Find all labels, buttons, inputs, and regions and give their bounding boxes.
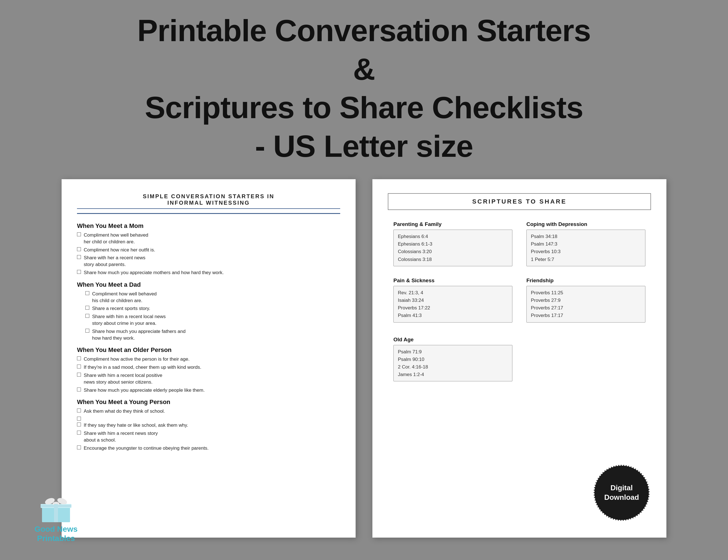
list-item: Encourage the youngster to continue obey… bbox=[77, 445, 340, 452]
checkbox-icon bbox=[77, 431, 81, 435]
right-page-title: SCRIPTURES TO SHARE bbox=[397, 198, 642, 205]
title-line3: Scriptures to Share Checklists bbox=[28, 88, 700, 127]
badge-text-line2: Download bbox=[604, 493, 639, 502]
scripture-section-depression: Coping with Depression Psalm 34:18Psalm … bbox=[526, 221, 645, 266]
checkbox-icon bbox=[77, 373, 81, 377]
scripture-box-old-age: Psalm 71:9Psalm 90:102 Cor. 4:16-18James… bbox=[393, 345, 512, 382]
list-item: Share with him a recent local newsstory … bbox=[85, 313, 340, 327]
list-item: Compliment how nice her outfit is. bbox=[77, 247, 340, 253]
checkbox-icon bbox=[77, 417, 81, 421]
list-item: If they say they hate or like school, as… bbox=[77, 422, 340, 429]
list-item: Share a recent sports story. bbox=[85, 305, 340, 312]
list-item: Share with her a recent newsstory about … bbox=[77, 255, 340, 268]
list-item: Compliment how well behavedhis child or … bbox=[85, 291, 340, 304]
list-item: Share how much you appreciate fathers an… bbox=[85, 328, 340, 342]
scripture-box-depression: Psalm 34:18Psalm 147:3Proverbs 10:31 Pet… bbox=[526, 230, 645, 266]
title-line1: Printable Conversation Starters bbox=[28, 11, 700, 50]
section-heading-young: When You Meet a Young Person bbox=[77, 398, 340, 406]
scripture-verse: Rev. 21:3, 4Isaiah 33:24Proverbs 17:22Ps… bbox=[398, 289, 508, 319]
checkbox-icon bbox=[77, 356, 81, 360]
scripture-title-old-age: Old Age bbox=[393, 337, 512, 343]
left-page-title-line1: SIMPLE CONVERSATION STARTERS IN bbox=[77, 193, 340, 200]
title-line2: & bbox=[28, 50, 700, 88]
checkbox-icon bbox=[77, 270, 81, 274]
right-document-page: SCRIPTURES TO SHARE Parenting & Family E… bbox=[372, 179, 666, 538]
section-heading-mom: When You Meet a Mom bbox=[77, 222, 340, 230]
checkbox-icon bbox=[85, 329, 89, 333]
checkbox-icon bbox=[77, 247, 81, 251]
checkbox-icon bbox=[77, 445, 81, 449]
list-item: Share how much you appreciate mothers an… bbox=[77, 269, 340, 276]
right-page-header: SCRIPTURES TO SHARE bbox=[388, 193, 651, 210]
list-item: If they're in a sad mood, cheer them up … bbox=[77, 364, 340, 371]
documents-container: SIMPLE CONVERSATION STARTERS IN INFORMAL… bbox=[0, 179, 728, 538]
digital-download-badge: Digital Download bbox=[594, 465, 650, 521]
list-item: Compliment how well behavedher child or … bbox=[77, 232, 340, 245]
dad-subsection: Compliment how well behavedhis child or … bbox=[85, 291, 340, 342]
logo-text-line2: Printables bbox=[37, 534, 75, 543]
checkbox-icon bbox=[77, 255, 81, 259]
logo-container: Good News Printables bbox=[28, 494, 84, 543]
scripture-section-parenting: Parenting & Family Ephesians 6:4Ephesian… bbox=[393, 221, 512, 266]
scripture-title-friendship: Friendship bbox=[526, 277, 645, 284]
checkbox-icon bbox=[77, 423, 81, 426]
scripture-box-pain: Rev. 21:3, 4Isaiah 33:24Proverbs 17:22Ps… bbox=[393, 286, 512, 323]
title-line4: - US Letter size bbox=[28, 127, 700, 165]
list-item: Share with him a recent news storyabout … bbox=[77, 430, 340, 444]
svg-rect-6 bbox=[41, 505, 71, 507]
scripture-title-pain: Pain & Sickness bbox=[393, 277, 512, 284]
scripture-section-pain: Pain & Sickness Rev. 21:3, 4Isaiah 33:24… bbox=[393, 277, 512, 323]
badge-text-line1: Digital bbox=[610, 483, 633, 493]
scripture-box-friendship: Proverbs 11:25Proverbs 27:9Proverbs 27:1… bbox=[526, 286, 645, 323]
scriptures-grid: Parenting & Family Ephesians 6:4Ephesian… bbox=[388, 221, 651, 384]
scripture-box-parenting: Ephesians 6:4Ephesians 6:1-3Colossians 3… bbox=[393, 230, 512, 266]
logo-text-line1: Good News bbox=[34, 524, 78, 534]
scripture-verse: Psalm 34:18Psalm 147:3Proverbs 10:31 Pet… bbox=[531, 233, 641, 263]
list-item: Compliment how active the person is for … bbox=[77, 356, 340, 363]
checkbox-icon bbox=[85, 314, 89, 318]
page-header: Printable Conversation Starters & Script… bbox=[0, 0, 728, 174]
blue-underline bbox=[77, 208, 340, 209]
left-page-header: SIMPLE CONVERSATION STARTERS IN INFORMAL… bbox=[77, 193, 340, 214]
logo-gift-icon bbox=[39, 494, 73, 522]
scripture-title-depression: Coping with Depression bbox=[526, 221, 645, 227]
scripture-title-parenting: Parenting & Family bbox=[393, 221, 512, 227]
checkbox-icon bbox=[77, 409, 81, 412]
left-document-page: SIMPLE CONVERSATION STARTERS IN INFORMAL… bbox=[62, 179, 356, 538]
checkbox-icon bbox=[77, 388, 81, 391]
checkbox-icon bbox=[85, 306, 89, 310]
scripture-verse: Psalm 71:9Psalm 90:102 Cor. 4:16-18James… bbox=[398, 348, 508, 379]
scripture-section-friendship: Friendship Proverbs 11:25Proverbs 27:9Pr… bbox=[526, 277, 645, 323]
checkbox-icon bbox=[85, 291, 89, 295]
scripture-verse: Ephesians 6:4Ephesians 6:1-3Colossians 3… bbox=[398, 233, 508, 263]
list-item: Share with him a recent local positivene… bbox=[77, 372, 340, 386]
list-item: Ask them what do they think of school. bbox=[77, 408, 340, 415]
section-heading-older: When You Meet an Older Person bbox=[77, 346, 340, 354]
section-heading-dad: When You Meet a Dad bbox=[77, 281, 340, 288]
checkbox-icon bbox=[77, 365, 81, 368]
scripture-verse: Proverbs 11:25Proverbs 27:9Proverbs 27:1… bbox=[531, 289, 641, 319]
list-item bbox=[77, 416, 340, 421]
list-item: Share how much you appreciate elderly pe… bbox=[77, 387, 340, 394]
checkbox-icon bbox=[77, 232, 81, 236]
scripture-section-old-age: Old Age Psalm 71:9Psalm 90:102 Cor. 4:16… bbox=[393, 337, 512, 382]
left-page-title-line2: INFORMAL WITNESSING bbox=[77, 200, 340, 206]
